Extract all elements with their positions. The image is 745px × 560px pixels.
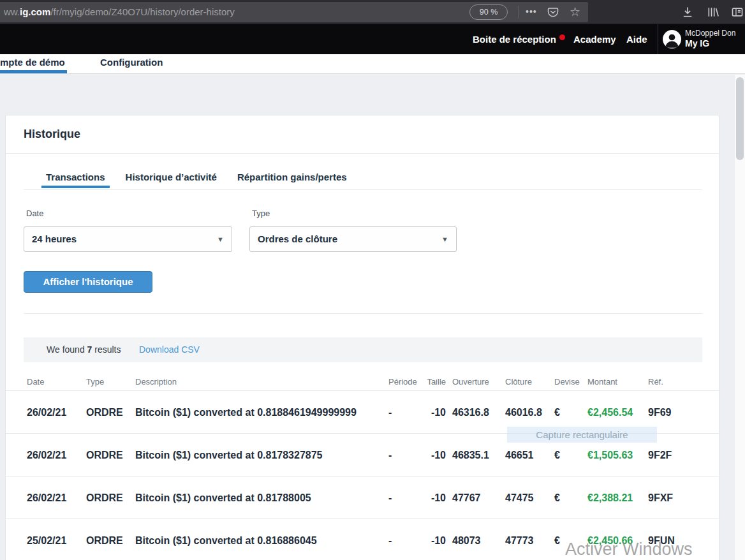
tab-activity-history[interactable]: Historique d’activité: [121, 172, 221, 188]
header-description: Description: [135, 376, 177, 388]
type-filter-select[interactable]: Ordres de clôture ▼: [249, 226, 457, 252]
cell-taille: -10: [423, 391, 446, 434]
type-filter-label: Type: [252, 209, 270, 218]
cell-cloture: 47475: [505, 476, 534, 519]
scrollbar-thumb[interactable]: [736, 77, 744, 160]
url-path: /fr/myig/demo/Z40O7U/history/order-histo…: [50, 6, 234, 17]
results-suffix: results: [92, 344, 121, 355]
cell-ref: 9FXF: [648, 476, 703, 519]
url-domain: ig.com: [20, 6, 50, 17]
cell-date: 25/02/21: [27, 519, 66, 560]
header-taille: Taille: [423, 376, 446, 388]
download-csv-link[interactable]: Download CSV: [139, 337, 200, 362]
cell-type: ORDRE: [86, 476, 123, 519]
cell-type: ORDRE: [86, 391, 123, 434]
downloads-icon[interactable]: [681, 6, 694, 18]
activate-windows-watermark: Activer Windows: [565, 540, 693, 559]
results-summary: We found 7 results: [47, 337, 121, 362]
results-prefix: We found: [47, 344, 87, 355]
history-card: Historique Transactions Historique d’act…: [5, 115, 719, 560]
chevron-down-icon: ▼: [441, 227, 448, 251]
page-actions-icon[interactable]: •••: [526, 2, 537, 22]
cell-taille: -10: [423, 519, 446, 560]
cell-description: Bitcoin ($1) converted at 0.818846194999…: [135, 391, 357, 434]
tab-transactions[interactable]: Transactions: [41, 172, 110, 188]
library-icon[interactable]: [707, 6, 719, 18]
cell-ouverture: 46316.8: [452, 391, 489, 434]
screen: ww.ig.com/fr/myig/demo/Z40O7U/history/or…: [0, 0, 745, 560]
table-header-row: Date Type Description Période Taille Ouv…: [6, 376, 719, 391]
cell-description: Bitcoin ($1) converted at 0.8178327875: [135, 434, 322, 476]
nav-inbox[interactable]: Boite de réception: [473, 24, 556, 54]
cell-taille: -10: [423, 476, 446, 519]
user-menu[interactable]: McDoppel Don My IG: [685, 28, 735, 49]
header-cloture: Clôture: [505, 376, 532, 388]
cell-description: Bitcoin ($1) converted at 0.816886045: [135, 519, 317, 560]
transactions-table: Date Type Description Période Taille Ouv…: [6, 376, 719, 560]
sidebar-toggle-icon[interactable]: [731, 6, 744, 18]
nav-divider: [658, 24, 658, 54]
header-date: Date: [27, 376, 44, 388]
page-url[interactable]: ww.ig.com/fr/myig/demo/Z40O7U/history/or…: [4, 2, 235, 22]
cell-type: ORDRE: [86, 519, 123, 560]
cell-ouverture: 47767: [452, 476, 481, 519]
nav-academy[interactable]: Academy: [573, 24, 616, 54]
date-filter-select[interactable]: 24 heures ▼: [24, 226, 232, 252]
cell-ouverture: 46835.1: [452, 434, 489, 476]
results-bar: We found 7 results Download CSV: [24, 337, 702, 362]
url-bar[interactable]: ww.ig.com/fr/myig/demo/Z40O7U/history/or…: [0, 2, 588, 22]
cell-ouverture: 48073: [452, 519, 481, 560]
browser-zoom-indicator[interactable]: 90 %: [469, 4, 508, 20]
header-ouverture: Ouverture: [452, 376, 489, 388]
cell-periode: -: [388, 476, 392, 519]
page-scrollbar[interactable]: [735, 75, 745, 560]
chevron-down-icon: ▼: [217, 227, 224, 251]
user-account-label: My IG: [685, 38, 735, 49]
cell-periode: -: [388, 519, 392, 560]
browser-toolbar: ww.ig.com/fr/myig/demo/Z40O7U/history/or…: [0, 0, 745, 24]
title-divider: [6, 153, 719, 154]
cell-periode: -: [388, 434, 392, 476]
urlbar-divider: [518, 6, 519, 18]
cell-devise: €: [554, 476, 560, 519]
tab-gains-losses[interactable]: Répartition gains/pertes: [233, 172, 351, 188]
cell-date: 26/02/21: [27, 391, 66, 434]
table-row[interactable]: 26/02/21 ORDRE Bitcoin ($1) converted at…: [6, 476, 719, 519]
inbox-notification-dot: [559, 34, 565, 40]
pocket-icon[interactable]: [547, 6, 559, 18]
user-name: McDoppel Don: [685, 28, 735, 38]
cell-taille: -10: [423, 434, 446, 476]
cell-date: 26/02/21: [27, 476, 66, 519]
nav-inbox-label: Boite de réception: [473, 34, 556, 45]
header-periode: Période: [388, 376, 417, 388]
capture-tool-tooltip: Capture rectangulaire: [507, 427, 657, 443]
page-title: Historique: [24, 128, 80, 141]
subtab-configuration[interactable]: Configuration: [100, 54, 163, 73]
ig-top-nav: Boite de réception Academy Aide McDoppel…: [0, 24, 745, 54]
nav-help[interactable]: Aide: [626, 24, 647, 54]
cell-periode: -: [388, 391, 392, 434]
history-tabs: Transactions Historique d’activité Répar…: [41, 172, 351, 188]
account-subnav: mpte de démo Configuration: [0, 54, 745, 74]
cell-date: 26/02/21: [27, 434, 66, 476]
url-prefix: ww.: [4, 6, 20, 17]
cell-type: ORDRE: [86, 434, 123, 476]
date-filter-value: 24 heures: [32, 227, 77, 251]
cell-cloture: 47773: [505, 519, 534, 560]
active-subtab-underline: [0, 70, 67, 73]
type-filter-value: Ordres de clôture: [258, 227, 337, 251]
cell-devise: €: [554, 519, 560, 560]
tabs-divider: [24, 189, 702, 190]
cell-description: Bitcoin ($1) converted at 0.81788005: [135, 476, 311, 519]
form-divider: [24, 313, 702, 314]
header-devise: Devise: [554, 376, 580, 388]
header-type: Type: [86, 376, 104, 388]
cell-montant: €2,388.21: [587, 476, 633, 519]
show-history-button[interactable]: Afficher l'historique: [24, 271, 152, 293]
date-filter-label: Date: [26, 209, 43, 218]
header-montant: Montant: [587, 376, 617, 388]
bookmark-star-icon[interactable]: ☆: [570, 2, 580, 22]
header-ref: Réf.: [648, 376, 703, 388]
user-avatar[interactable]: [663, 30, 681, 48]
